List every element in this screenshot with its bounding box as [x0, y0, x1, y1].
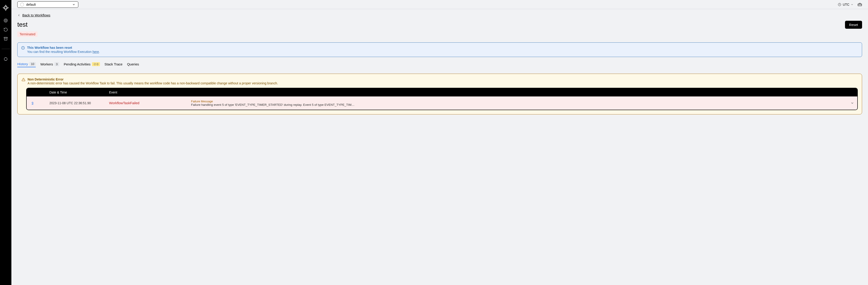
tab-label: Stack Trace — [104, 62, 123, 66]
workflows-nav-icon[interactable] — [3, 18, 8, 23]
error-title: Non Deterministic Error — [28, 78, 278, 81]
temporal-logo-icon[interactable] — [2, 4, 9, 11]
col-header-event: Event — [109, 90, 191, 94]
chevron-down-icon — [850, 101, 854, 105]
namespace-selector[interactable]: default — [17, 1, 78, 8]
tab-label: Pending Activities — [64, 62, 91, 66]
workflow-title: test — [17, 21, 28, 28]
failure-message-label: Failure Message — [191, 99, 845, 103]
tab-count: 10 — [29, 62, 36, 66]
reset-button[interactable]: Reset — [845, 21, 862, 29]
tab-queries[interactable]: Queries — [127, 62, 139, 67]
tab-history[interactable]: History 10 — [17, 62, 36, 67]
event-datetime: 2023-11-08 UTC 22:36:51.90 — [50, 101, 109, 105]
expand-row-button[interactable] — [850, 101, 854, 105]
timezone-selector[interactable]: UTC — [838, 3, 854, 6]
col-header-date: Date & Time — [50, 90, 109, 94]
info-banner-link[interactable]: here — [92, 50, 99, 54]
reset-info-banner: This Workflow has been reset You can fin… — [17, 42, 862, 57]
tab-pending-activities[interactable]: Pending Activities 0 — [64, 62, 100, 67]
sidebar — [0, 0, 11, 285]
namespace-value: default — [26, 3, 36, 6]
error-event-table: Date & Time Event 9 2023-11-08 UTC 22:36… — [26, 88, 858, 110]
svg-point-0 — [4, 19, 7, 22]
failure-message-text: Failure handling event 5 of type 'EVENT_… — [191, 103, 845, 107]
cancel-icon — [94, 63, 96, 65]
toolbox-icon[interactable] — [858, 3, 862, 6]
svg-rect-2 — [4, 37, 7, 38]
warning-icon — [22, 78, 25, 81]
tab-count: 0 — [92, 62, 100, 66]
topbar: default UTC — [11, 0, 868, 9]
status-badge: Terminated — [17, 31, 38, 37]
feedback-nav-icon[interactable] — [3, 56, 8, 62]
svg-point-1 — [5, 20, 7, 22]
tab-label: Workers — [40, 62, 53, 66]
chevron-left-icon — [17, 14, 21, 17]
info-icon — [21, 46, 25, 54]
info-banner-title: This Workflow has been reset — [27, 46, 100, 50]
event-name: WorkflowTaskFailed — [109, 101, 191, 105]
table-header: Date & Time Event — [27, 88, 857, 96]
timezone-value: UTC — [843, 3, 849, 6]
info-banner-body: You can find the resulting Workflow Exec… — [27, 50, 100, 54]
table-row[interactable]: 9 2023-11-08 UTC 22:36:51.90 WorkflowTas… — [27, 96, 857, 110]
event-id-link[interactable]: 9 — [32, 101, 33, 105]
clock-icon — [838, 3, 841, 6]
chevron-down-icon — [72, 3, 75, 6]
tab-label: Queries — [127, 62, 139, 66]
back-link[interactable]: Back to Workflows — [17, 13, 50, 17]
chevron-down-icon — [851, 3, 854, 6]
tab-label: History — [17, 62, 28, 66]
schedules-nav-icon[interactable] — [3, 27, 8, 32]
error-description: A non-deterministic error has caused the… — [28, 81, 278, 85]
namespace-icon — [20, 3, 24, 6]
back-link-text[interactable]: Back to Workflows — [22, 13, 50, 17]
archive-nav-icon[interactable] — [3, 36, 8, 41]
svg-line-9 — [94, 63, 95, 65]
tab-count: 3 — [55, 62, 59, 66]
tab-stack-trace[interactable]: Stack Trace — [104, 62, 123, 67]
tabs: History 10 Workers 3 Pending Activities … — [17, 62, 862, 67]
error-panel: Non Deterministic Error A non-determinis… — [17, 74, 862, 114]
tab-workers[interactable]: Workers 3 — [40, 62, 59, 67]
